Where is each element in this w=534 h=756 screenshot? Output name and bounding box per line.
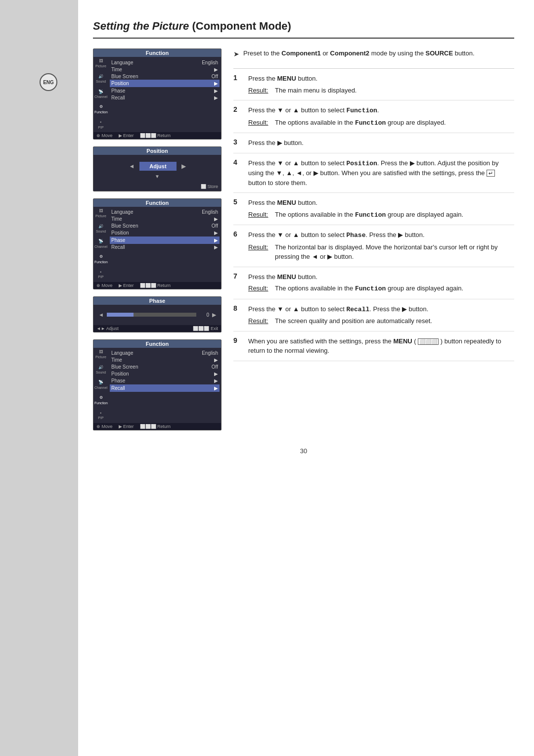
- screen-icons-3: 🖼Picture 🔊Sound 📡Channel ⚙Function ▪PIP: [93, 348, 108, 423]
- screen-menu-2: LanguageEnglish Time▶ Blue ScreenOff Pos…: [108, 207, 221, 282]
- menu3-time: Time▶: [111, 357, 218, 364]
- page-number: 30: [93, 447, 514, 455]
- icon-channel-2: 📡Channel: [94, 239, 107, 249]
- screen-body-3: 🖼Picture 🔊Sound 📡Channel ⚙Function ▪PIP …: [93, 348, 221, 423]
- step-6-result: Result: The horizontal bar is displayed.…: [248, 242, 514, 262]
- menu2-time: Time▶: [111, 216, 218, 223]
- step-2: 2 Press the ▼ or ▲ button to select Func…: [233, 100, 514, 133]
- step-6-result-text: The horizontal bar is displayed. Move th…: [275, 242, 514, 262]
- step-2-content: Press the ▼ or ▲ button to select Functi…: [248, 105, 514, 128]
- icon-picture-2: 🖼Picture: [94, 209, 107, 219]
- step-3: 3 Press the ▶ button.: [233, 133, 514, 153]
- menu2-recall: Recall▶: [111, 244, 218, 251]
- step-9: 9 When you are satisfied with the settin…: [233, 331, 514, 361]
- menu-row-position-highlight: Position▶: [110, 80, 220, 87]
- menu2-language: LanguageEnglish: [111, 209, 218, 216]
- step-2-result-label: Result:: [248, 118, 270, 128]
- step-2-result: Result: The options available in the Fun…: [248, 118, 514, 128]
- step-1: 1 Press the MENU button. Result: The mai…: [233, 69, 514, 100]
- step-5-number: 5: [233, 198, 241, 206]
- step-4-content: Press the ▼ or ▲ button to select Positi…: [248, 158, 514, 188]
- screen-body-2: 🖼Picture 🔊Sound 📡Channel ⚙Function ▪PIP …: [93, 207, 221, 282]
- phase-bar-row: ◄ 0 ▶: [98, 312, 216, 318]
- step-7-result-label: Result:: [248, 284, 270, 294]
- icon-pip-3: ▪PIP: [94, 411, 107, 421]
- screen-footer-3: ⊕ Move▶ Enter⬜⬜⬜ Return: [93, 423, 221, 430]
- step-7: 7 Press the MENU button. Result: The opt…: [233, 267, 514, 299]
- step-8-result: Result: The screen quality and position …: [248, 316, 514, 326]
- menu-row-phase: Phase▶: [111, 87, 218, 94]
- function-screen-1: Function 🖼Picture 🔊Sound 📡Channel ⚙Funct…: [93, 48, 222, 140]
- icon-picture-3: 🖼Picture: [94, 350, 107, 360]
- pos-adjust-box: Adjust: [139, 162, 176, 171]
- screen-icons-2: 🖼Picture 🔊Sound 📡Channel ⚙Function ▪PIP: [93, 207, 108, 282]
- step-1-result-text: The main menu is displayed.: [275, 86, 356, 95]
- screen-mockups-column: Function 🖼Picture 🔊Sound 📡Channel ⚙Funct…: [93, 48, 222, 437]
- position-screen-body: ◄ Adjust ▶ ▼: [93, 155, 221, 183]
- step-4-number: 4: [233, 158, 241, 166]
- screen-footer-2: ⊕ Move▶ Enter⬜⬜⬜ Return: [93, 282, 221, 289]
- step-9-number: 9: [233, 336, 241, 344]
- icon-channel-3: 📡Channel: [94, 380, 107, 390]
- pos-arrow-right: ▶: [181, 163, 186, 170]
- phase-screen-header: Phase: [93, 297, 221, 305]
- screen-icons-1: 🖼Picture 🔊Sound 📡Channel ⚙Function ▪PIP: [93, 57, 108, 132]
- step-2-number: 2: [233, 105, 241, 113]
- pos-store: ⬜ Store: [93, 183, 221, 191]
- step-5-result-text: The options available in the Function gr…: [275, 210, 463, 220]
- position-screen-header: Position: [93, 147, 221, 155]
- intro-text: Preset to the Component1 or Component2 m…: [243, 48, 475, 58]
- menu-row-recall: Recall▶: [111, 94, 218, 101]
- icon-sound-3: 🔊Sound: [94, 365, 107, 376]
- step-5-content: Press the MENU button. Result: The optio…: [248, 198, 514, 220]
- step-7-result: Result: The options available in the Fun…: [248, 284, 514, 294]
- phase-left-arrow: ◄: [98, 312, 104, 318]
- phase-screen-footer: ◄► Adjust ⬜⬜⬜ Exit: [93, 325, 221, 332]
- menu2-position: Position▶: [111, 230, 218, 236]
- step-1-result-label: Result:: [248, 86, 270, 95]
- instructions-column: ➤ Preset to the Component1 or Component2…: [233, 48, 514, 437]
- step-8-result-label: Result:: [248, 316, 270, 326]
- function-screen-3: Function 🖼Picture 🔊Sound 📡Channel ⚙Funct…: [93, 339, 222, 430]
- step-7-content: Press the MENU button. Result: The optio…: [248, 272, 514, 294]
- menu-row-language: LanguageEnglish: [111, 59, 218, 66]
- menu3-language: LanguageEnglish: [111, 350, 218, 357]
- menu2-bluescreen: Blue ScreenOff: [111, 223, 218, 230]
- step-1-result: Result: The main menu is displayed.: [248, 86, 514, 95]
- eng-badge: ENG: [40, 73, 57, 91]
- phase-screen: Phase ◄ 0 ▶ ◄► Adjust ⬜⬜⬜ Exit: [93, 296, 222, 332]
- step-8-result-text: The screen quality and position are auto…: [275, 316, 432, 326]
- menu-row-bluescreen: Blue ScreenOff: [111, 73, 218, 80]
- menu3-recall-highlight: Recall▶: [110, 384, 220, 392]
- icon-pip-2: ▪PIP: [94, 270, 107, 280]
- step-5: 5 Press the MENU button. Result: The opt…: [233, 193, 514, 225]
- step-9-content: When you are satisfied with the settings…: [248, 336, 514, 356]
- page-title: Setting the Picture (Component Mode): [93, 20, 514, 39]
- step-8-content: Press the ▼ or ▲ button to select Recall…: [248, 304, 514, 326]
- step-4: 4 Press the ▼ or ▲ button to select Posi…: [233, 153, 514, 193]
- icon-picture: 🖼Picture: [94, 59, 107, 69]
- screen-menu-1: LanguageEnglish Time▶ Blue ScreenOff Pos…: [108, 57, 221, 132]
- intro-arrow: ➤: [233, 49, 239, 59]
- icon-channel: 📡Channel: [94, 90, 107, 100]
- icon-sound-2: 🔊Sound: [94, 224, 107, 235]
- screen-body-1: 🖼Picture 🔊Sound 📡Channel ⚙Function ▪PIP …: [93, 57, 221, 132]
- step-6-result-label: Result:: [248, 242, 270, 262]
- main-content: Setting the Picture (Component Mode) Fun…: [78, 0, 534, 474]
- phase-right-arrow: ▶: [212, 312, 216, 318]
- left-sidebar: [0, 0, 78, 756]
- menu-row-time: Time▶: [111, 66, 218, 73]
- screen-header-1: Function: [93, 49, 221, 57]
- screen-header-3: Function: [93, 340, 221, 348]
- step-7-result-text: The options available in the Function gr…: [275, 284, 463, 294]
- icon-function: ⚙Function: [94, 104, 107, 115]
- screen-footer-1: ⊕ Move▶ Enter⬜⬜⬜ Return: [93, 132, 221, 139]
- intro-paragraph: ➤ Preset to the Component1 or Component2…: [233, 48, 514, 59]
- phase-value: 0: [199, 312, 209, 318]
- step-7-number: 7: [233, 272, 241, 280]
- step-2-result-text: The options available in the Function gr…: [275, 118, 446, 128]
- phase-screen-body: ◄ 0 ▶: [93, 305, 221, 325]
- icon-pip: ▪PIP: [94, 120, 107, 130]
- position-screen: Position ◄ Adjust ▶ ▼ ⬜ Store: [93, 146, 222, 191]
- steps-container: 1 Press the MENU button. Result: The mai…: [233, 68, 514, 361]
